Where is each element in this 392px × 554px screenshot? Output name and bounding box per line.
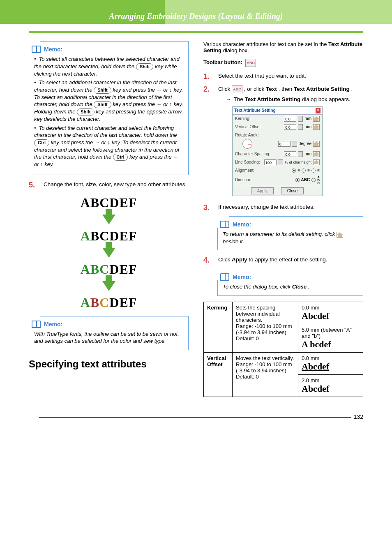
align-right-icon: ≡ [317,168,320,173]
reset-icon[interactable] [313,151,320,157]
page-footer: 132 [0,413,392,428]
voffset-label: Vertical Offset: [235,124,262,130]
example-text: A bcdef [302,339,360,350]
dialog-title: Text Attribute Setting [234,108,276,113]
memo-label: Memo: [44,46,62,53]
toolbar-button-row: Toolbar button: ABC [203,59,363,67]
abc-sample: ABCDEF [81,195,137,210]
example-label: 2.0 mm [302,377,360,383]
kerning-label: Kerning: [235,116,250,122]
reset-icon[interactable] [313,159,320,165]
ctrl-key: Ctrl [34,139,49,146]
direction-horizontal-label: ABC [301,177,310,183]
step-5: 5. Change the font, size, color, sew typ… [29,181,189,189]
step-number: 2. [203,85,212,94]
step-4: 4. Click Apply to apply the effect of th… [203,256,363,265]
step-2: 2. Click ABC , or click Text , then Text… [203,85,363,199]
spinner-icon[interactable] [298,151,303,157]
example-label: 0.0 mm [302,355,360,361]
direction-horizontal-radio[interactable] [295,178,300,182]
memo-text: To deselect the current character and se… [34,125,177,138]
reset-icon[interactable] [313,116,320,122]
memo-box-close: Memo: To close the dialog box, click Clo… [217,269,363,296]
attr-desc: Sets the spacing between individual char… [233,302,298,352]
linespacing-input[interactable]: 100 [264,159,277,165]
step-text: Select the text that you want to edit. [218,72,363,80]
spinner-icon[interactable] [292,141,297,147]
example-label: 0.0 mm [302,305,360,311]
memo-label: Memo: [44,321,62,328]
ctrl-key: Ctrl [113,154,128,161]
left-column: Memo: • To select all characters between… [29,41,189,397]
charspacing-input[interactable]: 0.0 [284,151,296,157]
example-text: Abcdef [302,311,360,321]
example-text: Abcdef [302,383,360,394]
table-row: Vertical Offset Moves the text verticall… [204,352,363,374]
spinner-icon[interactable] [278,159,283,165]
attr-name: Kerning [207,305,227,311]
attr-desc: Moves the text vertically. Range: -100 t… [233,352,298,397]
reset-icon[interactable] [313,124,320,130]
rotate-dial[interactable]: → [242,139,252,149]
voffset-input[interactable]: 0.0 [284,124,296,130]
arrow-right-icon: → [226,96,231,103]
abc-toolbar-icon[interactable]: ABC [232,85,242,93]
step-number: 5. [29,181,38,189]
shift-key: Shift [77,108,94,115]
book-icon [220,273,229,281]
toolbar-button-label: Toolbar button: [203,59,242,65]
direction-vertical-radio[interactable] [311,178,316,182]
direction-label: Direction: [235,177,252,183]
abc-sample: ABCDEF [81,262,137,277]
attributes-table: Kerning Sets the spacing between individ… [203,302,363,397]
down-arrow-icon [102,281,115,291]
chapter-title: Arranging Embroidery Designs (Layout & E… [0,12,392,21]
illustration-sequence: ABCDEF ABCDEF ABCDEF ABCDEF [29,195,189,310]
down-arrow-icon [102,215,115,224]
memo-box-reset: Memo: To return a parameter to its defau… [217,216,363,250]
memo-box-truetype: Memo: With TrueType fonts, the outline c… [29,316,189,350]
text-attribute-dialog: Text Attribute Setting × Kerning: 0.0 mm [232,106,323,196]
memo-text: beside it. [223,238,244,245]
close-button[interactable]: Close [281,187,304,195]
abc-sample: ABCDEF [81,229,137,244]
example-text: Abcdef [302,361,360,372]
step-number: 4. [203,256,212,265]
section-heading: Specifying text attributes [29,358,189,370]
rotate-input[interactable]: 0 [278,141,291,147]
example-label: 5.0 mm (between "A" and "b") [302,327,360,339]
spinner-icon[interactable] [298,124,303,130]
close-icon[interactable]: × [316,108,321,113]
step-number: 1. [203,72,212,81]
step-text: If necessary, change the text attributes… [218,203,363,211]
memo-text: . [308,284,310,290]
abc-sample: ABCDEF [81,295,137,310]
memo-text: To close the dialog box, click [223,284,292,290]
shift-key: Shift [136,63,153,70]
intro-paragraph: Various character attributes for text ca… [203,41,363,53]
step-text: Change the font, size, color, sew type a… [44,181,189,188]
book-icon [32,46,41,53]
reset-icon[interactable] [313,141,320,147]
align-center-radio[interactable] [302,169,306,173]
step-3: 3. If necessary, change the text attribu… [203,203,363,212]
align-center-icon: ≡ [307,168,310,173]
shift-key: Shift [94,101,111,108]
reset-icon[interactable] [337,232,343,238]
page-number: 132 [354,413,363,420]
abc-toolbar-icon[interactable]: ABC [245,59,256,67]
step-text: Click Apply to apply the effect of the s… [218,256,363,263]
align-left-icon: ≡ [297,168,300,173]
book-icon [32,321,41,328]
alignment-label: Alignment: [235,168,254,173]
book-icon [220,221,229,228]
step-text: Click ABC , or click Text , then Text At… [218,85,363,199]
rotate-label: Rotate Angle: [235,132,260,138]
align-right-radio[interactable] [311,169,316,173]
align-left-radio[interactable] [292,169,296,173]
apply-button[interactable]: Apply [251,187,274,195]
kerning-input[interactable]: 0.0 [284,116,296,122]
step-number: 3. [203,203,212,212]
step-1: 1. Select the text that you want to edit… [203,72,363,81]
spinner-icon[interactable] [298,116,303,122]
